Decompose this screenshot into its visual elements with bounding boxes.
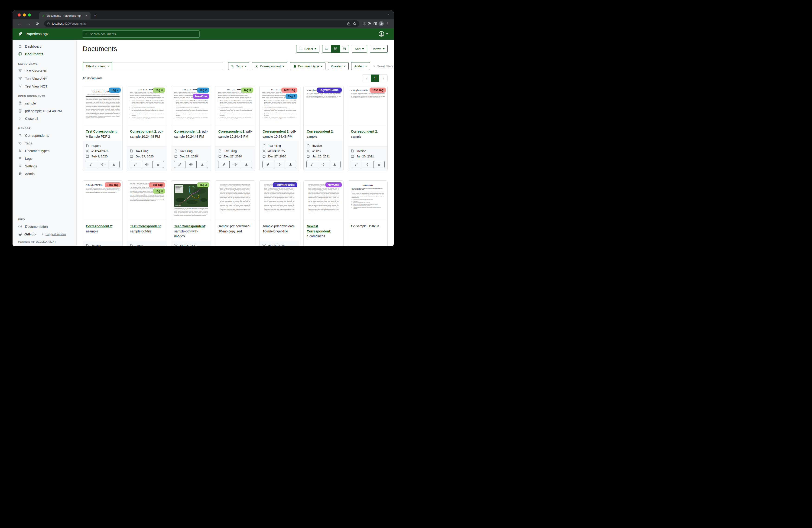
browser-tab[interactable]: Documents - Paperless-ngx × bbox=[39, 12, 90, 19]
document-type-row[interactable]: Tax Filing bbox=[174, 148, 208, 154]
document-card[interactable]: Adobe Acrobat PDF Files Adobe® Portable … bbox=[171, 86, 211, 171]
document-thumbnail[interactable]: Adobe Acrobat PDF Files Adobe® Portable … bbox=[171, 86, 211, 126]
search-input[interactable] bbox=[90, 32, 197, 36]
title-content-dropdown-button[interactable]: Title & content bbox=[83, 62, 112, 70]
sidebar-item-tags[interactable]: Tags bbox=[13, 139, 76, 147]
download-button[interactable] bbox=[108, 161, 119, 168]
user-avatar-icon[interactable] bbox=[378, 31, 385, 37]
download-button[interactable] bbox=[373, 161, 385, 168]
added-filter-button[interactable]: Added bbox=[351, 62, 370, 70]
tag-badge[interactable]: Tag 2 bbox=[286, 94, 298, 99]
password-manager-icon[interactable] bbox=[363, 22, 366, 26]
sidepanel-icon[interactable] bbox=[373, 22, 377, 26]
preview-button[interactable] bbox=[185, 161, 197, 168]
document-card[interactable]: Lorem ipsum dolor sit amet, consectetur … bbox=[215, 181, 255, 246]
preview-button[interactable] bbox=[141, 161, 152, 168]
sidebar-item-saved-view-not[interactable]: Test View NOT bbox=[13, 83, 76, 90]
document-card[interactable]: A Simple PDF File This is a small demons… bbox=[303, 86, 343, 171]
select-dropdown-button[interactable]: Select bbox=[296, 45, 320, 53]
document-card[interactable]: Lorem Ipsum is simply dummy text of the … bbox=[127, 181, 167, 246]
edit-button[interactable] bbox=[307, 161, 318, 168]
tag-badge[interactable]: Test Tag bbox=[105, 182, 121, 187]
download-button[interactable] bbox=[152, 161, 163, 168]
tag-badge[interactable]: Tag 2 bbox=[197, 87, 209, 92]
tag-badge[interactable]: TagWithPartial bbox=[273, 182, 298, 187]
reset-filters-button[interactable]: × Reset filters bbox=[374, 64, 393, 68]
tag-badge[interactable]: Test Tag bbox=[369, 87, 386, 92]
maximize-window-button[interactable] bbox=[28, 13, 31, 16]
global-search[interactable] bbox=[82, 30, 200, 38]
tab-search-chevron-icon[interactable] bbox=[387, 13, 390, 15]
document-thumbnail[interactable]: Lorem ipsum Lorem ipsum dolor sit amet, … bbox=[348, 181, 388, 221]
download-button[interactable] bbox=[285, 161, 296, 168]
document-thumbnail[interactable]: Adobe Acrobat PDF Files Adobe® Portable … bbox=[215, 86, 255, 126]
url-bar[interactable]: localhost:4200/documents bbox=[44, 20, 359, 27]
document-thumbnail[interactable]: Lorem ipsum dolor sit amet, consectetur … bbox=[260, 181, 299, 221]
download-button[interactable] bbox=[241, 161, 252, 168]
sidebar-item-documentation[interactable]: Documentation bbox=[13, 223, 76, 230]
preview-button[interactable] bbox=[229, 161, 241, 168]
document-card[interactable]: Adobe Acrobat PDF Files Adobe® Portable … bbox=[215, 86, 255, 171]
views-dropdown-button[interactable]: Views bbox=[370, 45, 388, 53]
preview-button[interactable] bbox=[97, 161, 108, 168]
new-tab-button[interactable]: + bbox=[94, 13, 96, 18]
app-brand[interactable]: Paperless-ngx bbox=[13, 31, 77, 37]
document-type-row[interactable]: Tax Filing bbox=[130, 148, 164, 154]
correspondent-link[interactable]: Correspondent 2 bbox=[174, 130, 200, 133]
sidebar-item-logs[interactable]: Logs bbox=[13, 155, 76, 162]
correspondent-link[interactable]: Test Correspondent bbox=[86, 130, 117, 133]
document-thumbnail[interactable]: Lorem Ipsum "Neque porro quisquam est qu… bbox=[83, 86, 122, 126]
sidebar-item-saved-view-and[interactable]: Test View AND bbox=[13, 67, 76, 75]
github-link[interactable]: GitHub bbox=[24, 232, 35, 236]
bookmark-star-icon[interactable] bbox=[353, 22, 357, 26]
tag-badge[interactable]: Test Tag bbox=[281, 87, 298, 92]
edit-button[interactable] bbox=[130, 161, 141, 168]
window-controls[interactable] bbox=[18, 13, 31, 16]
correspondent-link[interactable]: Correspondent 2 bbox=[307, 130, 333, 133]
sidebar-item-close-all[interactable]: Close all bbox=[13, 115, 76, 123]
sidebar-item-documents[interactable]: Documents bbox=[13, 50, 76, 58]
correspondent-link[interactable]: Newest Correspondent bbox=[307, 224, 330, 233]
document-type-row[interactable]: Report bbox=[86, 143, 119, 148]
site-info-icon[interactable] bbox=[47, 22, 50, 25]
correspondent-link[interactable]: Correspondent 2 bbox=[218, 130, 244, 133]
sidebar-item-dashboard[interactable]: Dashboard bbox=[13, 42, 76, 50]
sidebar-item-saved-view-any[interactable]: Test View ANY bbox=[13, 75, 76, 83]
correspondent-link[interactable]: Test Correspondent bbox=[130, 224, 161, 228]
document-card[interactable]: A Simple PDF File This is a small demons… bbox=[348, 86, 388, 171]
preview-button[interactable] bbox=[318, 161, 329, 168]
list-view-button[interactable] bbox=[322, 45, 331, 53]
document-card[interactable]: Lorem ipsum dolor sit amet, consectetur … bbox=[303, 181, 343, 246]
tags-filter-button[interactable]: Tags bbox=[228, 62, 249, 70]
extensions-puzzle-icon[interactable] bbox=[368, 22, 372, 26]
document-card[interactable]: Boundary Waters Trip Google Earth Curabi… bbox=[171, 181, 211, 246]
preview-button[interactable] bbox=[362, 161, 373, 168]
user-menu[interactable] bbox=[378, 31, 394, 37]
grid-view-button[interactable] bbox=[331, 45, 340, 53]
tag-badge[interactable]: Tag 3 bbox=[153, 188, 165, 194]
download-button[interactable] bbox=[197, 161, 207, 168]
document-type-row[interactable]: Invoice bbox=[351, 148, 385, 154]
tag-badge[interactable]: NewOne bbox=[193, 94, 209, 99]
document-thumbnail[interactable]: A Simple PDF File This is a small demons… bbox=[348, 86, 388, 126]
sidebar-item-settings[interactable]: Settings bbox=[13, 162, 76, 170]
document-thumbnail[interactable]: Lorem Ipsum is simply dummy text of the … bbox=[127, 181, 166, 221]
tag-badge[interactable]: Tag 2 bbox=[109, 87, 121, 92]
sidebar-item-document-types[interactable]: Document types bbox=[13, 147, 76, 155]
document-type-filter-button[interactable]: Document type bbox=[290, 62, 326, 70]
preview-button[interactable] bbox=[274, 161, 285, 168]
correspondent-link[interactable]: Correspondent 2 bbox=[130, 130, 156, 133]
document-type-row[interactable]: Letter bbox=[130, 243, 164, 246]
edit-button[interactable] bbox=[263, 161, 273, 168]
filter-query-input[interactable] bbox=[112, 62, 223, 70]
forward-button[interactable]: → bbox=[25, 22, 32, 26]
document-card[interactable]: Adobe Acrobat PDF Files Adobe® Portable … bbox=[259, 86, 299, 171]
browser-menu-kebab-icon[interactable]: ⋮ bbox=[385, 22, 390, 26]
tag-badge[interactable]: TagWithPartial bbox=[317, 87, 342, 92]
tab-close-icon[interactable]: × bbox=[85, 14, 88, 17]
suggest-idea-link[interactable]: Suggest an idea bbox=[41, 233, 66, 236]
document-thumbnail[interactable]: A Simple PDF File This is a small demons… bbox=[83, 181, 122, 221]
tag-badge[interactable]: Tag 3 bbox=[241, 87, 253, 92]
document-type-row[interactable]: Invoice bbox=[86, 243, 119, 246]
document-card[interactable]: Lorem ipsum dolor sit amet, consectetur … bbox=[259, 181, 299, 246]
